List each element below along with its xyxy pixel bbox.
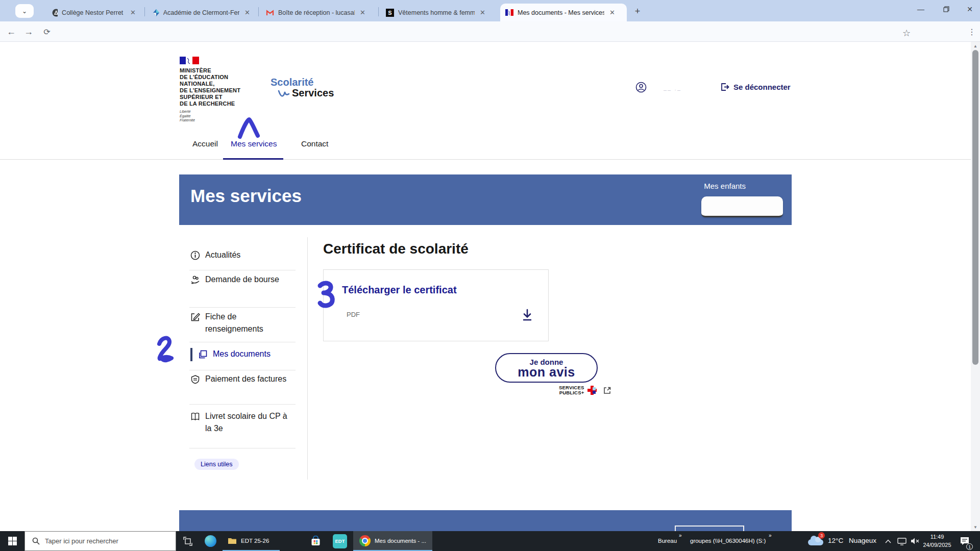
page-scrollbar[interactable]: ▲ ▼ bbox=[971, 42, 980, 531]
bookmark-star-icon[interactable]: ☆ bbox=[898, 23, 915, 43]
window-minimize-button[interactable]: — bbox=[911, 0, 931, 18]
window-restore-button[interactable] bbox=[936, 0, 957, 18]
edt-window-button[interactable]: EDT 25-26 bbox=[223, 531, 280, 551]
taskbar: Taper ici pour rechercher EDT 25-26 EDT … bbox=[0, 531, 980, 551]
network-button[interactable] bbox=[895, 531, 909, 551]
je-donne-mon-avis-button[interactable]: Je donne mon avis bbox=[495, 353, 598, 383]
store-button[interactable] bbox=[304, 531, 327, 551]
french-flag-logo bbox=[180, 57, 199, 64]
payment-icon bbox=[190, 374, 200, 384]
clock-date: 24/09/2025 bbox=[919, 541, 955, 549]
pronote-icon bbox=[52, 9, 58, 17]
close-icon[interactable]: ✕ bbox=[243, 9, 251, 16]
taskbar-search[interactable]: Taper ici pour rechercher bbox=[24, 531, 176, 551]
content-title: Certificat de scolarité bbox=[323, 241, 469, 257]
nav-contact[interactable]: Contact bbox=[301, 139, 328, 148]
scroll-up-icon[interactable]: ▲ bbox=[971, 44, 980, 48]
store-icon bbox=[310, 536, 321, 546]
weather-temp[interactable]: 12°C bbox=[828, 537, 843, 544]
handwritten-3-annotation bbox=[316, 280, 339, 311]
tab-academie[interactable]: Académie de Clermont-Ferrand ✕ bbox=[147, 4, 256, 21]
folder-icon bbox=[228, 537, 237, 544]
edge-button[interactable] bbox=[200, 531, 220, 551]
nav-mes-services[interactable]: Mes services bbox=[231, 139, 277, 148]
search-placeholder: Taper ici pour rechercher bbox=[45, 537, 118, 545]
close-icon[interactable]: ✕ bbox=[479, 9, 486, 16]
bureau-toolbar[interactable]: Bureau bbox=[658, 538, 677, 544]
tab-strip: ⌄ Collège Nestor Perret - PIONSA ✕ Acadé… bbox=[0, 0, 980, 21]
nav-accueil[interactable]: Accueil bbox=[192, 139, 218, 148]
sidebar-item-fiche-de-renseignements[interactable]: Fiche de renseignements bbox=[190, 311, 288, 335]
display-network-icon bbox=[897, 537, 906, 545]
tray-expand-button[interactable] bbox=[882, 531, 894, 551]
close-icon[interactable]: ✕ bbox=[608, 9, 616, 16]
scrollbar-thumb[interactable] bbox=[972, 50, 978, 365]
svg-text:S: S bbox=[388, 10, 391, 16]
services-publics-cross-icon bbox=[587, 385, 597, 395]
search-icon bbox=[32, 537, 40, 545]
tab-title: Vêtements homme & femme, s bbox=[398, 9, 475, 16]
groupes-toolbar[interactable]: groupes (\\H_0630046H) (S:) bbox=[690, 538, 766, 544]
taskbar-clock[interactable]: 11:49 24/09/2025 bbox=[919, 533, 955, 549]
page-viewport: MINISTÈRE DE L'ÉDUCATION NATIONALE, DE L… bbox=[0, 42, 980, 531]
new-tab-button[interactable]: + bbox=[631, 5, 644, 18]
external-link-icon[interactable] bbox=[603, 387, 611, 394]
browser-menu-icon[interactable]: ⋮ bbox=[964, 21, 980, 42]
tab-mes-documents-active[interactable]: Mes documents - Mes services ✕ bbox=[500, 4, 627, 21]
start-button[interactable] bbox=[0, 531, 24, 551]
groupes-expand-icon[interactable]: » bbox=[769, 533, 772, 538]
scroll-down-icon[interactable]: ▼ bbox=[971, 525, 980, 530]
download-certificate-link[interactable]: Télécharger le certificat bbox=[342, 284, 457, 296]
certificate-card: Télécharger le certificat PDF bbox=[323, 269, 549, 341]
chrome-window-button[interactable]: Mes documents - ... bbox=[353, 531, 432, 551]
tab-shein[interactable]: S Vêtements homme & femme, s ✕ bbox=[381, 4, 497, 21]
tab-title: Mes documents - Mes services bbox=[518, 9, 604, 16]
task-view-icon bbox=[183, 537, 192, 546]
sidebar-item-livret-scolaire[interactable]: Livret scolaire du CP à la 3e bbox=[190, 410, 288, 435]
grant-icon bbox=[190, 275, 200, 285]
file-type-label: PDF bbox=[347, 311, 360, 318]
documents-icon bbox=[198, 349, 208, 359]
info-icon bbox=[190, 251, 200, 260]
site-nav: Accueil Mes services Contact bbox=[0, 130, 971, 160]
bureau-expand-icon[interactable]: » bbox=[679, 533, 682, 538]
notification-center-button[interactable]: 1 bbox=[955, 531, 974, 551]
logout-icon bbox=[721, 83, 729, 91]
sidebar-item-paiement-des-factures[interactable]: Paiement des factures bbox=[190, 373, 288, 385]
download-certificate-icon[interactable] bbox=[520, 308, 534, 322]
brand-swoosh-icon bbox=[278, 89, 290, 97]
liens-utiles-button[interactable]: Liens utiles bbox=[194, 459, 239, 470]
handwritten-1-annotation bbox=[236, 116, 263, 140]
sidebar-item-demande-de-bourse[interactable]: Demande de bourse bbox=[190, 273, 288, 286]
tab-title: Collège Nestor Perret - PIONSA bbox=[62, 9, 125, 16]
reload-icon[interactable]: ⟳ bbox=[39, 21, 55, 42]
tab-gmail[interactable]: Boîte de réception - lucasal881 ✕ bbox=[261, 4, 376, 21]
close-icon[interactable]: ✕ bbox=[129, 9, 137, 16]
edt-app-icon: EDT bbox=[333, 534, 347, 548]
ministry-logo-text: MINISTÈRE DE L'ÉDUCATION NATIONALE, DE L… bbox=[180, 67, 240, 107]
window-close-button[interactable]: ✕ bbox=[960, 0, 980, 18]
weather-icon[interactable] bbox=[808, 539, 823, 545]
task-view-button[interactable] bbox=[178, 531, 198, 551]
chrome-icon bbox=[359, 535, 371, 546]
tab-title: Académie de Clermont-Ferrand bbox=[163, 9, 239, 16]
close-icon[interactable]: ✕ bbox=[359, 9, 366, 16]
weather-desc[interactable]: Nuageux bbox=[849, 537, 876, 544]
edt-app-button[interactable]: EDT bbox=[329, 531, 351, 551]
logout-button[interactable]: Se déconnecter bbox=[721, 83, 791, 91]
sidebar-item-mes-documents[interactable]: Mes documents bbox=[198, 348, 296, 360]
edit-icon bbox=[190, 312, 200, 322]
account-icon[interactable] bbox=[635, 82, 647, 93]
forward-icon[interactable]: → bbox=[20, 21, 37, 42]
weather-badge: 3 bbox=[818, 532, 825, 539]
redacted-username: –– ·– bbox=[664, 87, 681, 93]
services-publics-plus-logo: SERVICES PUBLICS+ bbox=[559, 385, 611, 395]
scolarite-services-logo: Scolarité Services bbox=[271, 77, 334, 99]
tab-search-button[interactable]: ⌄ bbox=[15, 4, 34, 18]
back-icon[interactable]: ← bbox=[3, 21, 19, 42]
sidebar-item-actualites[interactable]: Actualités bbox=[190, 249, 288, 261]
academie-icon bbox=[152, 9, 159, 17]
tab-college[interactable]: Collège Nestor Perret - PIONSA ✕ bbox=[47, 4, 142, 21]
content-divider bbox=[307, 237, 308, 480]
child-tab-redacted[interactable] bbox=[701, 196, 783, 217]
